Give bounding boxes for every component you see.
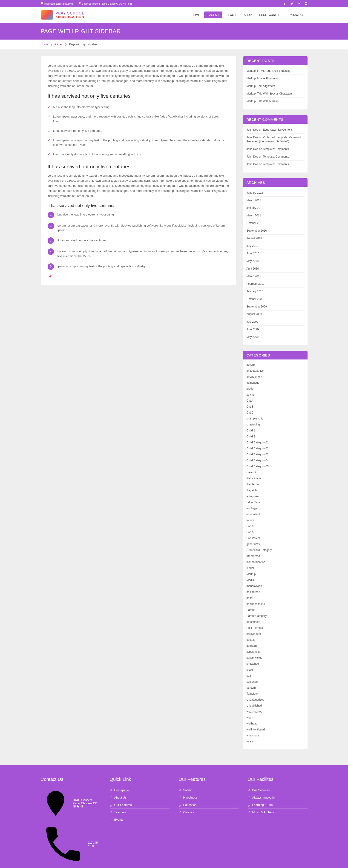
list-link[interactable]: insubordination <box>247 560 265 564</box>
list-link[interactable]: October 2010 <box>247 221 263 225</box>
breadcrumb-pages[interactable]: Pages <box>55 43 62 46</box>
list-link[interactable]: January 2012 <box>247 206 263 210</box>
edit-link[interactable]: Edit <box>48 275 53 278</box>
list-link[interactable]: personable <box>247 620 260 623</box>
list-link[interactable]: Parent <box>247 608 255 612</box>
breadcrumb-home[interactable]: Home <box>41 43 48 46</box>
list-link[interactable]: John Doe on Template: Comments <box>247 163 289 166</box>
list-link[interactable]: Child Category 04 <box>247 459 268 462</box>
list-link[interactable]: showshoe <box>247 662 259 665</box>
facebook-icon[interactable] <box>283 2 286 5</box>
footer-link[interactable]: Learning & Fun <box>248 801 308 809</box>
footer-link[interactable]: About Us <box>110 794 169 801</box>
list-link[interactable]: August 2009 <box>247 313 262 316</box>
nav-item[interactable]: SHORTCODE▾ <box>256 11 282 19</box>
list-link[interactable]: sublunary <box>247 680 258 683</box>
list-link[interactable]: Cat A <box>247 399 253 402</box>
list-link[interactable]: disinclination <box>247 477 262 480</box>
list-link[interactable]: echappee <box>247 495 259 498</box>
footer-link[interactable]: Events <box>110 816 169 824</box>
list-link[interactable]: dispatch <box>247 489 257 492</box>
list-link[interactable]: Cat C <box>247 411 254 414</box>
list-link[interactable]: Parent Category <box>247 614 266 618</box>
list-link[interactable]: Foo A <box>247 525 254 528</box>
footer-link[interactable]: Happiness <box>179 794 239 801</box>
list-link[interactable]: propylaeum <box>247 632 261 636</box>
list-link[interactable]: Child Category 03 <box>247 453 268 456</box>
list-link[interactable]: clerkship <box>247 471 257 474</box>
footer-link[interactable]: Classes <box>179 809 239 816</box>
list-link[interactable]: antiquarianism <box>247 369 264 372</box>
list-link[interactable]: broder <box>247 387 255 390</box>
list-link[interactable]: arrangement <box>247 375 262 378</box>
list-link[interactable]: John Doe on Template: Comments <box>247 155 289 158</box>
list-link[interactable]: Child 2 <box>247 435 255 438</box>
list-link[interactable]: Markup: HTML Tags and Formatting <box>247 69 290 72</box>
list-link[interactable]: Jane Doe on Protected: Template: Passwor… <box>247 136 301 143</box>
footer-link[interactable]: Our Features <box>110 801 169 809</box>
list-link[interactable]: sloyd <box>247 668 253 671</box>
list-link[interactable]: Markup: Text Alignment <box>247 85 275 88</box>
list-link[interactable]: August 2010 <box>247 237 262 240</box>
list-link[interactable]: gaberlunzie <box>247 542 261 546</box>
list-link[interactable]: September 2010 <box>247 229 267 232</box>
list-link[interactable]: Edge Case <box>247 501 260 504</box>
list-link[interactable]: Markup <box>247 572 256 576</box>
list-link[interactable]: Markup: Image Alignment <box>247 77 278 80</box>
nav-item[interactable]: CONTACT US <box>283 11 308 19</box>
list-link[interactable]: palter <box>247 596 253 599</box>
list-link[interactable]: selfconvicted <box>247 656 262 659</box>
list-link[interactable]: Media <box>247 579 254 582</box>
list-link[interactable]: July 2009 <box>247 320 258 323</box>
list-link[interactable]: John Doe on Edge Case: No Content <box>247 128 292 131</box>
nav-item[interactable]: SHOP <box>241 11 255 19</box>
footer-link[interactable]: Always Innovation <box>248 794 308 801</box>
list-link[interactable]: buying <box>247 393 255 396</box>
list-link[interactable]: May 2010 <box>247 259 259 262</box>
footer-link[interactable]: Bus Services <box>248 786 308 794</box>
list-link[interactable]: lender <box>247 566 254 570</box>
footer-link[interactable]: Homepage <box>110 786 169 794</box>
list-link[interactable]: Grandchild Category <box>247 549 272 552</box>
list-link[interactable]: John Doe on Template: Comments <box>247 148 289 151</box>
list-link[interactable]: fatuity <box>247 519 254 522</box>
linkedin-icon[interactable] <box>297 2 300 5</box>
list-link[interactable]: chastening <box>247 423 260 426</box>
list-link[interactable]: March 2011 <box>247 214 261 217</box>
list-link[interactable]: Child Category 05 <box>247 465 268 468</box>
list-link[interactable]: March 2010 <box>247 275 261 278</box>
list-link[interactable]: weakhearted <box>247 710 262 713</box>
list-link[interactable]: Uncategorized <box>247 698 264 701</box>
list-link[interactable]: packthread <box>247 590 260 594</box>
list-link[interactable]: Post Formats <box>247 626 263 629</box>
nav-item[interactable]: BLOG▾ <box>223 11 240 19</box>
list-link[interactable]: quartern <box>247 644 257 647</box>
list-link[interactable]: Child Category 01 <box>247 441 268 444</box>
list-link[interactable]: July 2010 <box>247 244 258 247</box>
list-link[interactable]: Foo Parent <box>247 536 260 540</box>
list-link[interactable]: years <box>247 740 253 743</box>
list-link[interactable]: Cat B <box>247 405 253 408</box>
list-link[interactable]: March 2012 <box>247 199 261 202</box>
list-link[interactable]: wellintentioned <box>247 728 265 731</box>
list-link[interactable]: monosyllable <box>247 584 263 588</box>
footer-link[interactable]: Education <box>179 801 239 809</box>
list-link[interactable]: February 2010 <box>247 282 264 285</box>
list-link[interactable]: Markup: Title With Markup <box>247 100 279 103</box>
list-link[interactable]: Markup: Title With Special Characters <box>247 92 293 95</box>
list-link[interactable]: June 2009 <box>247 328 259 331</box>
footer-link[interactable]: Teachers <box>110 809 169 816</box>
nav-item[interactable]: PAGES▾ <box>204 11 222 19</box>
list-link[interactable]: Template <box>247 692 258 695</box>
list-link[interactable]: wellhead <box>247 722 257 725</box>
list-link[interactable]: January 2010 <box>247 290 263 293</box>
list-link[interactable]: illtempered <box>247 555 260 558</box>
list-link[interactable]: equipollent <box>247 513 260 516</box>
list-link[interactable]: June 2010 <box>247 252 259 255</box>
list-link[interactable]: enphagy <box>247 507 257 510</box>
list-link[interactable]: championship <box>247 417 263 420</box>
footer-phone[interactable]: 012 345 6789 <box>41 820 100 868</box>
list-link[interactable]: October 2009 <box>247 298 263 301</box>
list-link[interactable]: Child Category 02 <box>247 447 268 450</box>
list-link[interactable]: asmodeus <box>247 381 259 384</box>
